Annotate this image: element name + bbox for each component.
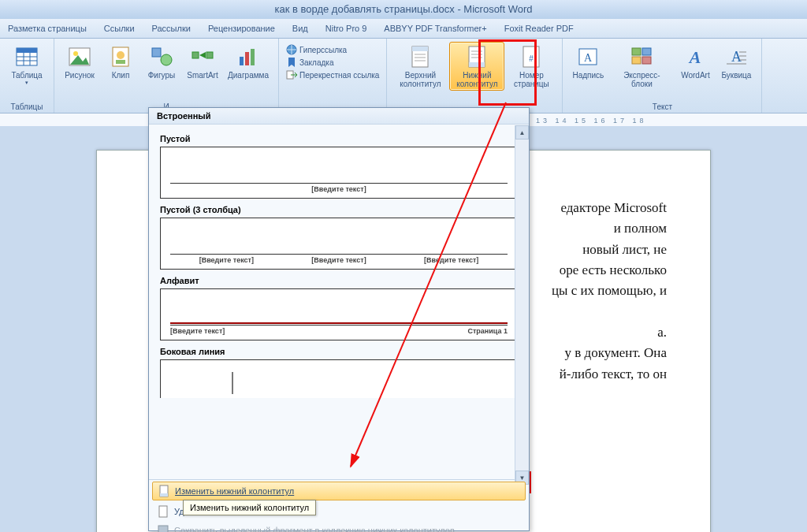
textbox-label: Надпись bbox=[573, 71, 604, 80]
crossref-label: Перекрестная ссылка bbox=[299, 71, 379, 80]
preset-alphabet-label: Алфавит bbox=[160, 276, 518, 285]
svg-point-10 bbox=[117, 51, 125, 59]
group-headerfooter: Верхний колонтитул Нижний колонтитул # Н… bbox=[387, 39, 563, 113]
bookmark-icon bbox=[286, 57, 297, 68]
page-icon bbox=[158, 485, 170, 497]
gallery-header: Встроенный bbox=[149, 108, 529, 125]
edit-footer-item[interactable]: Изменить нижний колонтитул bbox=[152, 482, 526, 500]
svg-point-7 bbox=[73, 51, 78, 56]
dropcap-button[interactable]: A Буквица bbox=[716, 42, 756, 82]
hyperlink-button[interactable]: Гиперссылка bbox=[284, 43, 349, 56]
wordart-label: WordArt bbox=[681, 71, 710, 80]
svg-rect-1 bbox=[17, 48, 37, 53]
bookmark-button[interactable]: Закладка bbox=[284, 56, 336, 69]
footer-button[interactable]: Нижний колонтитул bbox=[449, 42, 504, 91]
menu-page-layout[interactable]: Разметка страницы bbox=[8, 24, 87, 33]
save-icon bbox=[157, 524, 169, 532]
svg-rect-39 bbox=[642, 57, 651, 64]
preset-3col-label: Пустой (3 столбца) bbox=[160, 205, 518, 214]
scroll-up-icon[interactable]: ▲ bbox=[515, 125, 529, 140]
chart-icon bbox=[236, 44, 261, 69]
quickparts-button[interactable]: Экспресс-блоки bbox=[609, 42, 674, 91]
menu-foxit[interactable]: Foxit Reader PDF bbox=[504, 24, 574, 33]
page-icon bbox=[157, 505, 169, 518]
picture-button[interactable]: Рисунок bbox=[60, 42, 99, 82]
svg-rect-28 bbox=[469, 62, 485, 67]
menu-references[interactable]: Ссылки bbox=[104, 24, 135, 33]
group-tables: Таблица ▾ Таблицы bbox=[0, 39, 54, 113]
svg-rect-23 bbox=[412, 47, 428, 51]
svg-rect-38 bbox=[632, 57, 641, 64]
dropcap-label: Буквица bbox=[721, 71, 751, 80]
placeholder-text: [Введите текст] bbox=[311, 185, 366, 193]
preset-alphabet[interactable]: [Введите текст] Страница 1 bbox=[160, 288, 518, 340]
edit-footer-label: Изменить нижний колонтитул bbox=[175, 486, 294, 496]
smartart-button[interactable]: SmartArt bbox=[183, 42, 222, 82]
preset-3col[interactable]: [Введите текст] [Введите текст] [Введите… bbox=[160, 218, 518, 270]
menu-abbyy[interactable]: ABBYY PDF Transformer+ bbox=[384, 24, 486, 33]
text-group-label: Текст bbox=[653, 101, 672, 111]
clip-button[interactable]: Клип bbox=[101, 42, 140, 82]
svg-text:A: A bbox=[688, 47, 701, 67]
svg-rect-49 bbox=[158, 526, 168, 532]
preset-sideline-label: Боковая линия bbox=[160, 347, 518, 356]
ruler-numbers: 13 14 15 16 17 18 bbox=[536, 117, 647, 125]
svg-rect-15 bbox=[206, 52, 213, 58]
textbox-button[interactable]: A Надпись bbox=[568, 42, 608, 82]
menubar: Разметка страницы Ссылки Рассылки Реценз… bbox=[0, 19, 807, 39]
svg-text:A: A bbox=[584, 52, 593, 64]
title-bar: как в ворде добавлять страницы.docx - Mi… bbox=[0, 0, 807, 19]
quickparts-label: Экспресс-блоки bbox=[613, 71, 670, 88]
svg-rect-18 bbox=[245, 52, 249, 65]
svg-rect-36 bbox=[632, 48, 641, 55]
svg-rect-12 bbox=[152, 48, 161, 57]
svg-point-13 bbox=[161, 54, 172, 65]
header-button[interactable]: Верхний колонтитул bbox=[392, 42, 448, 91]
placeholder-text: [Введите текст] bbox=[283, 256, 396, 264]
menu-view[interactable]: Вид bbox=[292, 24, 308, 33]
header-label: Верхний колонтитул bbox=[396, 71, 444, 88]
table-button[interactable]: Таблица ▾ bbox=[7, 42, 46, 88]
picture-icon bbox=[67, 44, 92, 69]
svg-marker-16 bbox=[199, 52, 206, 58]
pageno-label: Номер страницы bbox=[510, 71, 552, 88]
group-links: Гиперссылка Закладка Перекрестная ссылка bbox=[279, 39, 387, 113]
preset-blank[interactable]: [Введите текст] bbox=[160, 147, 518, 199]
page-footer-icon bbox=[464, 44, 489, 69]
preset-sideline[interactable] bbox=[160, 359, 518, 398]
svg-rect-14 bbox=[192, 52, 199, 58]
svg-rect-47 bbox=[160, 493, 168, 497]
page-label: Страница 1 bbox=[467, 327, 508, 335]
svg-text:#: # bbox=[530, 54, 534, 63]
wordart-button[interactable]: A WordArt bbox=[675, 42, 715, 82]
svg-rect-11 bbox=[116, 60, 125, 64]
clip-label: Клип bbox=[112, 71, 130, 80]
picture-label: Рисунок bbox=[65, 71, 95, 80]
crossref-icon bbox=[286, 69, 297, 80]
quickparts-icon bbox=[629, 44, 654, 69]
footer-label: Нижний колонтитул bbox=[453, 71, 500, 88]
smartart-icon bbox=[190, 44, 215, 69]
svg-text:A: A bbox=[731, 49, 742, 65]
save-label: Сохранить выделенный фрагмент в коллекци… bbox=[174, 526, 462, 532]
chart-label: Диаграмма bbox=[228, 71, 269, 80]
shapes-button[interactable]: Фигуры bbox=[142, 42, 181, 82]
gallery-body: Пустой [Введите текст] Пустой (3 столбца… bbox=[149, 125, 529, 479]
shapes-label: Фигуры bbox=[148, 71, 175, 80]
page-header-icon bbox=[407, 44, 433, 69]
hyperlink-label: Гиперссылка bbox=[299, 46, 347, 54]
menu-nitro[interactable]: Nitro Pro 9 bbox=[325, 24, 367, 33]
placeholder-text: [Введите текст] bbox=[395, 256, 508, 264]
page-number-icon: # bbox=[519, 44, 544, 69]
menu-mailings[interactable]: Рассылки bbox=[152, 24, 191, 33]
placeholder-text: [Введите текст] bbox=[170, 327, 225, 335]
group-illustrations: Рисунок Клип Фигуры bbox=[54, 39, 279, 113]
tooltip: Изменить нижний колонтитул bbox=[183, 500, 316, 515]
crossref-button[interactable]: Перекрестная ссылка bbox=[284, 69, 381, 81]
menu-review[interactable]: Рецензирование bbox=[208, 24, 275, 33]
gallery-scrollbar[interactable]: ▲ ▼ bbox=[515, 125, 529, 485]
svg-rect-19 bbox=[251, 49, 255, 65]
pagenumber-button[interactable]: # Номер страницы bbox=[506, 42, 556, 91]
table-icon bbox=[14, 44, 39, 69]
chart-button[interactable]: Диаграмма bbox=[224, 42, 273, 82]
